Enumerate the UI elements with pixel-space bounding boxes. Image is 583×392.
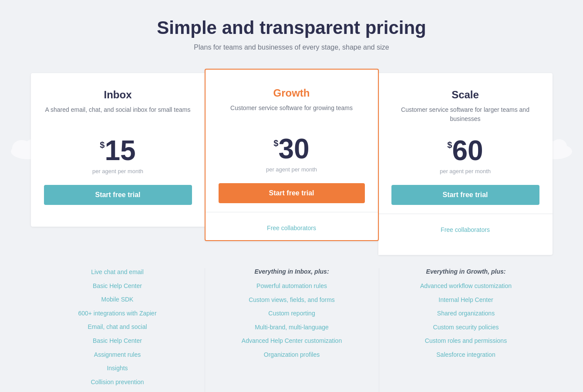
inbox-plan-description: A shared email, chat, and social inbox f… (44, 105, 192, 126)
scale-feature-list: Advanced workflow customizationInternal … (392, 282, 540, 359)
scale-price-amount: 60 (452, 137, 483, 164)
feature-item: 600+ integrations with Zapier (44, 309, 192, 318)
inbox-feature-list: Live chat and emailBasic Help CenterMobi… (44, 268, 192, 392)
growth-features-header: Everything in Inbox, plus: (218, 268, 366, 275)
growth-plan-card: Growth Customer service software for gro… (205, 69, 379, 241)
feature-item: Internal Help Center (392, 296, 540, 305)
feature-item: Powerful automation rules (218, 282, 366, 291)
inbox-price-amount: 15 (104, 137, 135, 164)
page-wrapper: Simple and transparent pricing Plans for… (0, 0, 583, 392)
page-title: Simple and transparent pricing (9, 17, 574, 38)
feature-item: Organization profiles (218, 351, 366, 359)
scale-free-collaborators-link[interactable]: Free collaborators (391, 221, 539, 242)
feature-item: Insights (44, 364, 192, 373)
feature-item: Custom security policies (392, 323, 540, 332)
feature-item: Advanced workflow customization (392, 282, 540, 291)
feature-item: Shared organizations (392, 309, 540, 318)
growth-card-divider (206, 212, 378, 212)
scale-price-period: per agent per month (391, 168, 539, 174)
pricing-section: Inbox A shared email, chat, and social i… (9, 73, 574, 392)
feature-item: Basic Help Center (44, 337, 192, 345)
feature-item: Mobile SDK (44, 295, 192, 304)
growth-plan-description: Customer service software for growing te… (219, 104, 365, 124)
scale-plan-price: $ 60 (391, 137, 539, 164)
feature-item: Custom roles and permissions (392, 337, 540, 345)
scale-card-divider (378, 214, 553, 214)
feature-item: Custom reporting (218, 309, 366, 318)
growth-plan-name: Growth (219, 87, 365, 99)
growth-features-column: Everything in Inbox, plus: Powerful auto… (205, 268, 379, 392)
scale-plan-description: Customer service software for larger tea… (391, 105, 539, 126)
inbox-plan-price: $ 15 (44, 137, 192, 164)
pricing-cards-row: Inbox A shared email, chat, and social i… (9, 73, 574, 255)
scale-features-column: Everything in Growth, plus: Advanced wor… (379, 268, 553, 392)
feature-item: Multi-brand, multi-language (218, 323, 366, 332)
feature-item: Live chat and email (44, 268, 192, 277)
feature-item: Collision prevention (44, 378, 192, 387)
scale-plan-card: Scale Customer service software for larg… (378, 73, 553, 255)
scale-trial-button[interactable]: Start free trial (391, 185, 539, 205)
feature-item: Salesforce integration (392, 351, 540, 359)
scale-plan-name: Scale (391, 89, 539, 101)
inbox-price-period: per agent per month (44, 168, 192, 174)
feature-item: Basic Help Center (44, 282, 192, 291)
growth-feature-list: Powerful automation rulesCustom views, f… (218, 282, 366, 359)
scale-features-header: Everything in Growth, plus: (392, 268, 540, 275)
scale-price-symbol: $ (447, 140, 452, 150)
inbox-price-symbol: $ (100, 140, 104, 150)
feature-item: Advanced Help Center customization (218, 337, 366, 345)
growth-plan-price: $ 30 (219, 135, 365, 163)
feature-item: Assignment rules (44, 351, 192, 359)
inbox-plan-card: Inbox A shared email, chat, and social i… (31, 73, 205, 227)
growth-trial-button[interactable]: Start free trial (219, 183, 365, 203)
page-subtitle: Plans for teams and businesses of every … (9, 44, 574, 51)
page-header: Simple and transparent pricing Plans for… (9, 17, 574, 51)
growth-price-symbol: $ (273, 138, 278, 148)
feature-item: Custom views, fields, and forms (218, 296, 366, 305)
inbox-features-column: Live chat and emailBasic Help CenterMobi… (30, 268, 205, 392)
inbox-trial-button[interactable]: Start free trial (44, 185, 192, 205)
growth-price-amount: 30 (278, 135, 309, 163)
features-section: Live chat and emailBasic Help CenterMobi… (9, 268, 574, 392)
growth-free-collaborators-link[interactable]: Free collaborators (219, 219, 365, 240)
feature-item: Email, chat and social (44, 323, 192, 332)
growth-price-period: per agent per month (219, 166, 365, 173)
inbox-plan-name: Inbox (44, 89, 192, 101)
